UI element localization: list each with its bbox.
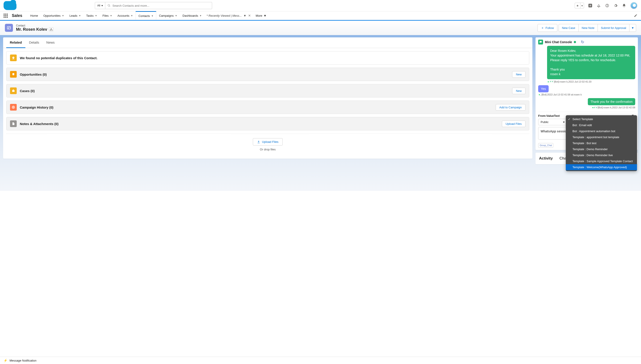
- check-icon: ✓✓: [594, 106, 598, 109]
- tab-details[interactable]: Details: [25, 38, 43, 48]
- upload-dropzone[interactable]: Upload Files Or drop files: [6, 134, 529, 156]
- nav-contacts[interactable]: Contacts▼: [136, 11, 156, 20]
- workspace-tab-label: * Recently Viewed | Mess...: [206, 14, 242, 17]
- dropdown-item-highlighted[interactable]: Template : Welcome(WhatsApp Approved): [566, 164, 637, 170]
- nav-tasks[interactable]: Tasks▼: [84, 11, 100, 20]
- search-input-wrap[interactable]: [105, 2, 212, 9]
- nav-campaigns[interactable]: Campaigns▼: [156, 11, 180, 20]
- favorites-button[interactable]: ★▾: [575, 3, 584, 8]
- chat-line: Thank you: [550, 67, 632, 72]
- svg-rect-11: [50, 30, 51, 30]
- nav-label: More: [256, 14, 262, 17]
- visibility-select[interactable]: Public ▾: [538, 119, 567, 125]
- dropdown-item[interactable]: Template : appointment bot template: [566, 134, 637, 140]
- whatsapp-icon: ●: [538, 93, 540, 96]
- header-actions: ＋Follow New Case New Note Submit for App…: [538, 24, 636, 32]
- dropdown-item[interactable]: Template : Sample Approved Template Cont…: [566, 158, 637, 164]
- nav-label: Accounts: [118, 14, 129, 17]
- button-label: Upload Files: [262, 140, 278, 144]
- chevron-down-icon[interactable]: ▼: [131, 14, 133, 17]
- dropdown-item[interactable]: Template : Demo Reminder: [566, 146, 637, 152]
- chevron-down-icon: ▼: [264, 14, 266, 17]
- related-panel: Related Details News We found no potenti…: [3, 38, 532, 159]
- guidance-icon[interactable]: [596, 3, 601, 8]
- meta-text: , [Bot]:2022-Jul-13 02:41:58 at:rosen k: [540, 93, 582, 96]
- dropdown-item[interactable]: Template : Bot test: [566, 140, 637, 146]
- dropdown-item[interactable]: Template : Demo Reminder live: [566, 152, 637, 158]
- nav-more[interactable]: More▼: [253, 11, 269, 20]
- upload-files-button-2[interactable]: Upload Files: [253, 138, 283, 146]
- meta-text: [Bot]:rosen k,2022-Jul-13 02:41:20: [554, 80, 592, 83]
- chat-title: Mini Chat Console: [545, 40, 572, 44]
- chat-bubble-incoming: Yes: [538, 85, 549, 92]
- chevron-down-icon[interactable]: ▼: [78, 14, 81, 17]
- close-icon[interactable]: ✕: [248, 14, 251, 17]
- user-avatar[interactable]: [630, 2, 638, 9]
- dropdown-item[interactable]: Bot : Email edit: [566, 122, 637, 128]
- bell-icon[interactable]: [622, 3, 626, 8]
- new-note-button[interactable]: New Note: [578, 24, 598, 32]
- refresh-icon[interactable]: ↻: [581, 40, 584, 44]
- mini-chat-console: Mini Chat Console ↻ Dear Rosen Kolev, Yo…: [536, 38, 638, 150]
- from-label: From:ValueText: [538, 114, 560, 118]
- chevron-down-icon[interactable]: ▼: [62, 14, 64, 17]
- nav-workspace-tab[interactable]: * Recently Viewed | Mess... ▼ ✕: [204, 11, 253, 20]
- nav-accounts[interactable]: Accounts▼: [115, 11, 136, 20]
- button-label: Follow: [546, 26, 554, 30]
- plus-icon: ＋: [541, 26, 544, 30]
- chevron-down-icon[interactable]: ▼: [200, 14, 202, 17]
- dropdown-item[interactable]: Bot : Appointment automation bot: [566, 128, 637, 134]
- chevron-down-icon[interactable]: ▼: [151, 15, 154, 17]
- tab-activity[interactable]: Activity: [539, 156, 553, 161]
- record-tabs: Related Details News: [3, 38, 532, 48]
- follow-button[interactable]: ＋Follow: [538, 24, 557, 32]
- chevron-down-icon[interactable]: ▼: [110, 14, 112, 17]
- chevron-down-icon[interactable]: ▼: [95, 14, 97, 17]
- entity-label: Contact: [16, 24, 54, 27]
- add-to-campaign-button[interactable]: Add to Campaign: [496, 104, 526, 110]
- global-search: All ▾: [95, 2, 212, 9]
- nav-home[interactable]: Home: [28, 11, 41, 20]
- svg-point-7: [8, 27, 9, 28]
- tab-news[interactable]: News: [43, 38, 58, 48]
- add-icon[interactable]: [588, 3, 592, 8]
- nav-dashboards[interactable]: Dashboards▼: [180, 11, 204, 20]
- new-opportunity-button[interactable]: New: [512, 71, 526, 78]
- svg-point-0: [108, 4, 110, 6]
- nav-label: Opportunities: [44, 14, 60, 17]
- chevron-down-icon: ▾: [102, 4, 103, 7]
- group-chat-chip[interactable]: Group_Chat: [538, 143, 553, 148]
- more-actions-button[interactable]: ▼: [629, 24, 636, 32]
- tab-related[interactable]: Related: [6, 38, 25, 48]
- hierarchy-icon[interactable]: [49, 27, 54, 31]
- notes-attachments-card: Notes & Attachments (0) Upload Files: [6, 117, 529, 130]
- header-utility-icons: ★▾: [575, 2, 638, 9]
- app-launcher-icon[interactable]: [4, 14, 8, 18]
- chat-meta: ●, [Bot]:2022-Jul-13 02:41:58 at:rosen k: [538, 93, 635, 96]
- new-case-button[interactable]: New Case: [559, 24, 579, 32]
- help-icon[interactable]: [605, 3, 610, 8]
- status-dot: [574, 41, 576, 43]
- chevron-down-icon: ▼: [631, 26, 634, 30]
- card-title: Notes & Attachments (0): [20, 122, 58, 126]
- chat-icon: [538, 40, 543, 44]
- chat-meta: ●✓✓[Bot]:rosen k,2022-Jul-13 02:41:20: [548, 80, 635, 83]
- submit-approval-button[interactable]: Submit for Approval: [598, 24, 630, 32]
- right-column: Mini Chat Console ↻ Dear Rosen Kolev, Yo…: [536, 38, 638, 164]
- search-scope-selector[interactable]: All ▾: [95, 2, 105, 9]
- nav-opportunities[interactable]: Opportunities▼: [41, 11, 67, 20]
- file-icon: [10, 120, 17, 127]
- template-dropdown: Select Template Bot : Email edit Bot : A…: [566, 115, 637, 171]
- nav-files[interactable]: Files▼: [100, 11, 114, 20]
- chevron-down-icon[interactable]: ▼: [175, 14, 177, 17]
- svg-point-3: [598, 7, 599, 7]
- nav-leads[interactable]: Leads▼: [67, 11, 84, 20]
- new-case-button[interactable]: New: [512, 88, 526, 94]
- search-input[interactable]: [112, 4, 210, 7]
- dropdown-item[interactable]: Select Template: [566, 116, 637, 122]
- upload-files-button[interactable]: Upload Files: [502, 120, 526, 127]
- edit-nav-icon[interactable]: [634, 14, 638, 17]
- chevron-down-icon[interactable]: ▼: [244, 14, 246, 17]
- duplicates-message: We found no potential duplicates of this…: [20, 56, 98, 60]
- gear-icon[interactable]: [614, 3, 618, 8]
